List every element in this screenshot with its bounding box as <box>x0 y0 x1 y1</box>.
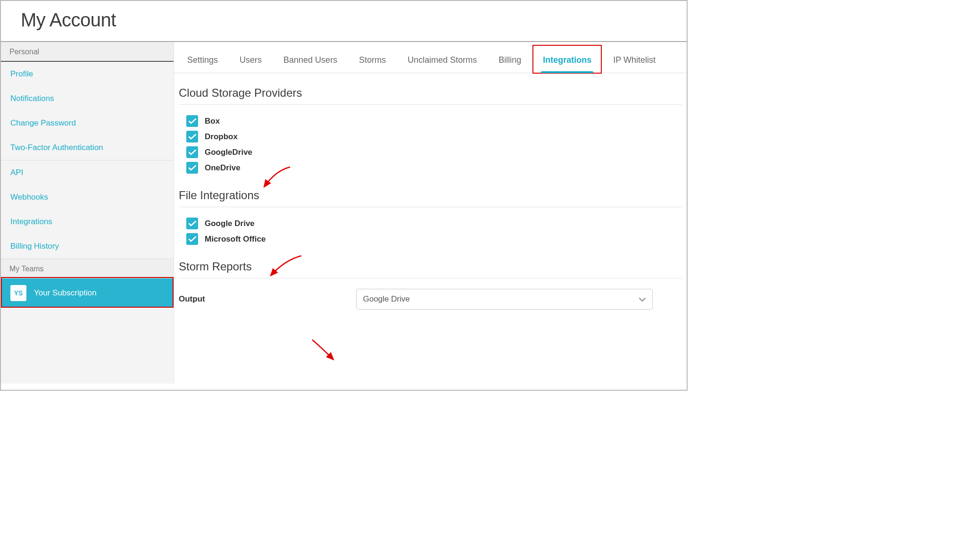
tab-integrations[interactable]: Integrations <box>542 51 592 73</box>
sidebar-item-your-subscription[interactable]: YS Your Subscription <box>1 278 174 308</box>
tab-banned-users[interactable]: Banned Users <box>282 51 338 73</box>
page-header: My Account <box>1 1 687 42</box>
checkbox-label-file-googledrive: Google Drive <box>205 219 255 228</box>
tabs: Settings Users Banned Users Storms Uncla… <box>174 42 687 73</box>
checkbox-file-googledrive[interactable] <box>186 218 198 229</box>
checkbox-row-dropbox: Dropbox <box>186 131 682 143</box>
sidebar-section-my-teams: My Teams <box>1 259 174 278</box>
section-cloud-storage-title: Cloud Storage Providers <box>179 86 682 105</box>
checkbox-label-file-msoffice: Microsoft Office <box>205 235 266 244</box>
tab-ip-whitelist[interactable]: IP Whitelist <box>612 51 656 73</box>
output-label: Output <box>179 294 205 304</box>
main: Settings Users Banned Users Storms Uncla… <box>174 42 687 384</box>
checkbox-dropbox[interactable] <box>186 131 198 143</box>
checkbox-label-googledrive: GoogleDrive <box>205 148 252 157</box>
checkbox-label-dropbox: Dropbox <box>205 132 238 142</box>
sidebar-item-api[interactable]: API <box>1 160 174 185</box>
tab-users[interactable]: Users <box>239 51 263 73</box>
checkbox-row-googledrive: GoogleDrive <box>186 146 682 158</box>
sidebar-item-billing-history[interactable]: Billing History <box>1 234 174 259</box>
content: Cloud Storage Providers Box Dropbox Goog… <box>174 73 687 310</box>
section-storm-reports-title: Storm Reports <box>179 260 682 278</box>
team-badge: YS <box>10 285 26 301</box>
checkbox-googledrive[interactable] <box>186 146 198 158</box>
sidebar-item-notifications[interactable]: Notifications <box>1 86 174 111</box>
sidebar-item-webhooks[interactable]: Webhooks <box>1 185 174 210</box>
checkbox-row-file-googledrive: Google Drive <box>186 218 682 229</box>
checkbox-row-box: Box <box>186 115 682 127</box>
checkbox-row-file-msoffice: Microsoft Office <box>186 233 682 245</box>
section-file-integrations-title: File Integrations <box>179 189 682 207</box>
chevron-down-icon <box>639 294 646 304</box>
checkbox-label-box: Box <box>205 117 220 126</box>
checkbox-onedrive[interactable] <box>186 162 198 174</box>
layout: Personal Profile Notifications Change Pa… <box>1 42 687 384</box>
annotation-arrow-output <box>310 338 338 366</box>
sidebar-section-personal: Personal <box>1 42 174 62</box>
output-select-value: Google Drive <box>363 294 410 304</box>
sidebar-item-profile[interactable]: Profile <box>1 62 174 86</box>
output-select[interactable]: Google Drive <box>356 289 653 310</box>
tab-billing[interactable]: Billing <box>498 51 522 73</box>
sidebar-item-change-password[interactable]: Change Password <box>1 111 174 135</box>
storm-reports-output-row: Output Google Drive <box>179 289 682 310</box>
cloud-storage-list: Box Dropbox GoogleDrive OneDrive <box>179 115 682 174</box>
checkbox-box[interactable] <box>186 115 198 127</box>
tab-unclaimed-storms[interactable]: Unclaimed Storms <box>407 51 478 73</box>
tab-integrations-label: Integrations <box>543 55 591 65</box>
tab-storms[interactable]: Storms <box>358 51 387 73</box>
sidebar-item-integrations[interactable]: Integrations <box>1 210 174 234</box>
checkbox-file-msoffice[interactable] <box>186 233 198 245</box>
sidebar: Personal Profile Notifications Change Pa… <box>1 42 174 384</box>
page-title: My Account <box>21 9 667 31</box>
team-label: Your Subscription <box>34 288 97 298</box>
tab-settings[interactable]: Settings <box>186 51 219 73</box>
checkbox-row-onedrive: OneDrive <box>186 162 682 174</box>
file-integrations-list: Google Drive Microsoft Office <box>179 218 682 245</box>
checkbox-label-onedrive: OneDrive <box>205 163 241 173</box>
sidebar-item-two-factor[interactable]: Two-Factor Authentication <box>1 135 174 160</box>
